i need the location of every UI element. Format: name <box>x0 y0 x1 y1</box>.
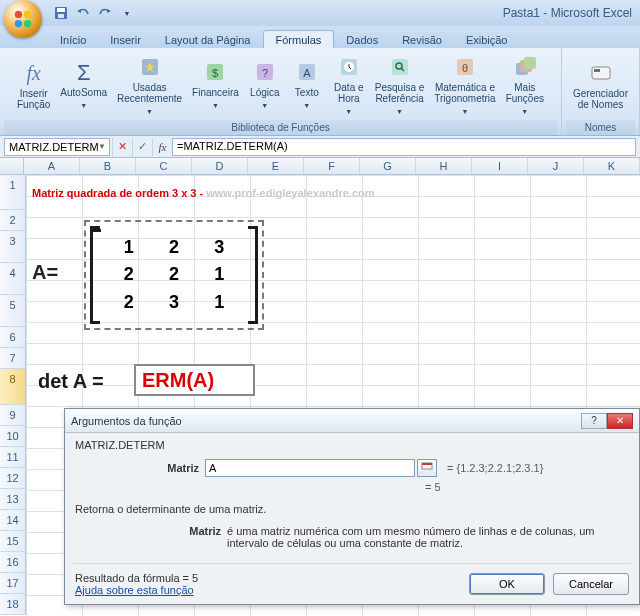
dialog-title: Argumentos da função <box>71 415 182 427</box>
book-theta-icon: θ <box>452 54 478 80</box>
arg-label: Matriz <box>75 462 205 474</box>
function-name: MATRIZ.DETERM <box>75 439 629 451</box>
recently-used-button[interactable]: Usadas Recentemente▼ <box>113 52 186 119</box>
office-button[interactable] <box>4 0 42 38</box>
collapse-dialog-icon[interactable] <box>417 459 437 477</box>
tab-inicio[interactable]: Início <box>48 31 98 48</box>
active-cell[interactable]: ERM(A) <box>134 364 255 396</box>
tab-dados[interactable]: Dados <box>334 31 390 48</box>
arg-preview: = {1.2.3;2.2.1;2.3.1} <box>447 462 543 474</box>
window-title: Pasta1 - Microsoft Excel <box>503 6 632 20</box>
row-header[interactable]: 5 <box>0 295 26 327</box>
row-header[interactable]: 3 <box>0 231 26 263</box>
svg-point-3 <box>24 20 31 27</box>
formula-input[interactable]: =MATRIZ.DETERM(A) <box>172 138 636 156</box>
qat-redo-icon[interactable] <box>96 4 114 22</box>
row-header[interactable]: 14 <box>0 510 26 531</box>
svg-point-2 <box>15 20 22 27</box>
formula-bar-row: MATRIZ.DETERM▼ ✕ ✓ fx =MATRIZ.DETERM(A) <box>0 136 640 158</box>
more-functions-button[interactable]: Mais Funções▼ <box>502 52 548 119</box>
col-header[interactable]: D <box>192 158 248 174</box>
svg-point-0 <box>15 11 22 18</box>
row-header[interactable]: 7 <box>0 348 26 369</box>
left-bracket-icon <box>90 226 100 324</box>
qat-save-icon[interactable] <box>52 4 70 22</box>
financial-button[interactable]: $Financeira▼ <box>188 57 243 113</box>
function-description: Retorna o determinante de uma matriz. <box>75 503 629 515</box>
dialog-close-icon[interactable]: ✕ <box>607 413 633 429</box>
select-all-corner[interactable] <box>0 158 24 174</box>
matrix-cell: 2 <box>106 261 151 288</box>
insert-function-button[interactable]: fxInserir Função <box>13 58 54 112</box>
col-header[interactable]: A <box>24 158 80 174</box>
fx-icon[interactable]: fx <box>152 138 172 156</box>
help-link[interactable]: Ajuda sobre esta função <box>75 584 194 596</box>
datetime-button[interactable]: Data e Hora▼ <box>329 52 369 119</box>
matrix-arg-input[interactable] <box>205 459 415 477</box>
row-header[interactable]: 2 <box>0 210 26 231</box>
book-clock-icon <box>336 54 362 80</box>
tab-layout[interactable]: Layout da Página <box>153 31 263 48</box>
worksheet-grid[interactable]: 1 2 3 4 5 6 7 8 9 10 11 12 13 14 15 16 1… <box>0 175 640 616</box>
svg-text:A: A <box>303 67 311 79</box>
group-caption-names: Nomes <box>566 120 635 135</box>
tab-exibicao[interactable]: Exibição <box>454 31 520 48</box>
row-header[interactable]: 17 <box>0 573 26 594</box>
col-header[interactable]: I <box>472 158 528 174</box>
lookup-button[interactable]: Pesquisa e Referência▼ <box>371 52 428 119</box>
watermark-url: www.prof-edigleyalexandre.com <box>206 187 374 199</box>
name-box[interactable]: MATRIZ.DETERM▼ <box>4 138 110 156</box>
row-header[interactable]: 18 <box>0 594 26 615</box>
matrix-label: A= <box>32 261 58 284</box>
arg-desc-label: Matriz <box>75 525 227 549</box>
row-header[interactable]: 12 <box>0 468 26 489</box>
row-header[interactable]: 13 <box>0 489 26 510</box>
evaluation-result: = 5 <box>425 481 629 493</box>
tab-revisao[interactable]: Revisão <box>390 31 454 48</box>
col-header[interactable]: C <box>136 158 192 174</box>
office-logo-icon <box>12 8 34 30</box>
right-bracket-icon <box>248 226 258 324</box>
cancel-button[interactable]: Cancelar <box>553 573 629 595</box>
ribbon: fxInserir Função ΣAutoSoma▼ Usadas Recen… <box>0 48 640 136</box>
row-header[interactable]: 11 <box>0 447 26 468</box>
autosum-button[interactable]: ΣAutoSoma▼ <box>56 57 111 113</box>
row-header[interactable]: 8 <box>0 369 26 405</box>
book-question-icon: ? <box>252 59 278 85</box>
col-header[interactable]: J <box>528 158 584 174</box>
qat-customize-icon[interactable]: ▼ <box>118 4 136 22</box>
matrix-cell: 1 <box>197 261 242 288</box>
col-header[interactable]: E <box>248 158 304 174</box>
group-caption-library: Biblioteca de Funções <box>4 120 557 135</box>
col-header[interactable]: K <box>584 158 640 174</box>
formula-result: Resultado da fórmula = 5 <box>75 572 198 584</box>
svg-point-1 <box>24 11 31 18</box>
qat-undo-icon[interactable] <box>74 4 92 22</box>
svg-rect-5 <box>57 8 65 12</box>
col-header[interactable]: F <box>304 158 360 174</box>
enter-formula-icon[interactable]: ✓ <box>132 138 152 156</box>
sheet-heading: Matriz quadrada de ordem 3 x 3 - www.pro… <box>32 181 375 202</box>
cancel-formula-icon[interactable]: ✕ <box>112 138 132 156</box>
col-header[interactable]: H <box>416 158 472 174</box>
text-button[interactable]: ATexto▼ <box>287 57 327 113</box>
row-header[interactable]: 4 <box>0 263 26 295</box>
row-header[interactable]: 9 <box>0 405 26 426</box>
row-header[interactable]: 1 <box>0 175 26 210</box>
dialog-titlebar[interactable]: Argumentos da função ? ✕ <box>65 409 639 433</box>
row-header[interactable]: 16 <box>0 552 26 573</box>
ok-button[interactable]: OK <box>469 573 545 595</box>
tab-inserir[interactable]: Inserir <box>98 31 153 48</box>
name-manager-button[interactable]: Gerenciador de Nomes <box>569 58 632 112</box>
col-header[interactable]: G <box>360 158 416 174</box>
tab-formulas[interactable]: Fórmulas <box>263 30 335 48</box>
row-header[interactable]: 10 <box>0 426 26 447</box>
row-header[interactable]: 6 <box>0 327 26 348</box>
logical-button[interactable]: ?Lógica▼ <box>245 57 285 113</box>
math-trig-button[interactable]: θMatemática e Trigonometria▼ <box>430 52 499 119</box>
matrix-cell: 2 <box>106 289 151 316</box>
col-header[interactable]: B <box>80 158 136 174</box>
dialog-help-icon[interactable]: ? <box>581 413 607 429</box>
row-header[interactable]: 15 <box>0 531 26 552</box>
chevron-down-icon[interactable]: ▼ <box>98 142 106 151</box>
